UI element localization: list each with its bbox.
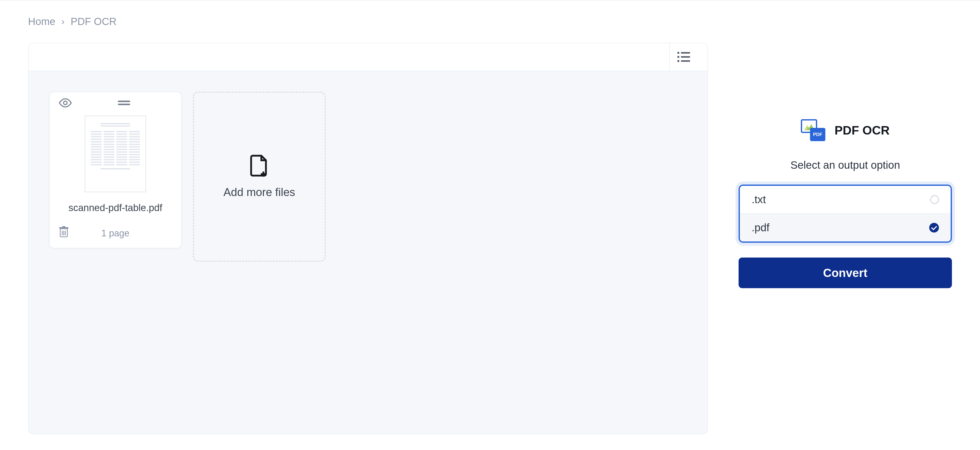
option-label: .pdf — [752, 221, 770, 234]
side-header: PDF PDF OCR — [738, 119, 952, 141]
file-card: scanned-pdf-table.pdf — [49, 92, 182, 248]
breadcrumb-home[interactable]: Home — [28, 16, 56, 27]
preview-button[interactable] — [59, 98, 72, 108]
breadcrumb-current: PDF OCR — [71, 16, 117, 27]
radio-unchecked-icon — [930, 195, 939, 204]
file-panel-body: scanned-pdf-table.pdf — [29, 71, 708, 434]
list-view-toggle[interactable] — [669, 43, 697, 71]
drag-icon — [118, 100, 130, 106]
svg-rect-8 — [118, 103, 130, 105]
option-label: .txt — [752, 194, 766, 206]
file-thumbnail[interactable] — [85, 116, 146, 192]
side-panel: PDF PDF OCR Select an output option .txt… — [738, 43, 952, 288]
svg-point-0 — [677, 52, 679, 54]
svg-rect-1 — [681, 52, 690, 54]
svg-point-6 — [64, 101, 67, 105]
svg-rect-5 — [681, 60, 690, 62]
add-file-icon — [250, 155, 269, 177]
svg-rect-7 — [118, 100, 130, 102]
pdf-ocr-icon: PDF — [801, 119, 825, 141]
page-count: 1 page — [69, 228, 162, 239]
file-name: scanned-pdf-table.pdf — [49, 197, 181, 221]
svg-rect-11 — [62, 226, 65, 228]
option-pdf[interactable]: .pdf — [740, 214, 951, 242]
breadcrumb-separator: › — [62, 16, 65, 27]
radio-checked-icon — [929, 223, 939, 232]
add-more-label: Add more files — [223, 186, 295, 199]
convert-button[interactable]: Convert — [738, 258, 952, 288]
add-more-files[interactable]: Add more files — [193, 92, 326, 262]
svg-point-4 — [677, 60, 679, 62]
svg-point-2 — [677, 56, 679, 58]
option-txt[interactable]: .txt — [740, 186, 951, 214]
file-panel: scanned-pdf-table.pdf — [28, 43, 708, 434]
svg-rect-3 — [681, 56, 690, 58]
output-options: .txt .pdf — [738, 184, 952, 243]
side-title: PDF OCR — [835, 123, 890, 137]
trash-icon — [59, 226, 69, 238]
delete-file-button[interactable] — [59, 226, 69, 240]
breadcrumb: Home › PDF OCR — [0, 0, 980, 43]
list-icon — [677, 51, 690, 62]
drag-handle[interactable] — [118, 100, 130, 107]
side-subtitle: Select an output option — [738, 159, 952, 171]
file-panel-toolbar — [29, 43, 708, 71]
eye-icon — [59, 98, 72, 107]
